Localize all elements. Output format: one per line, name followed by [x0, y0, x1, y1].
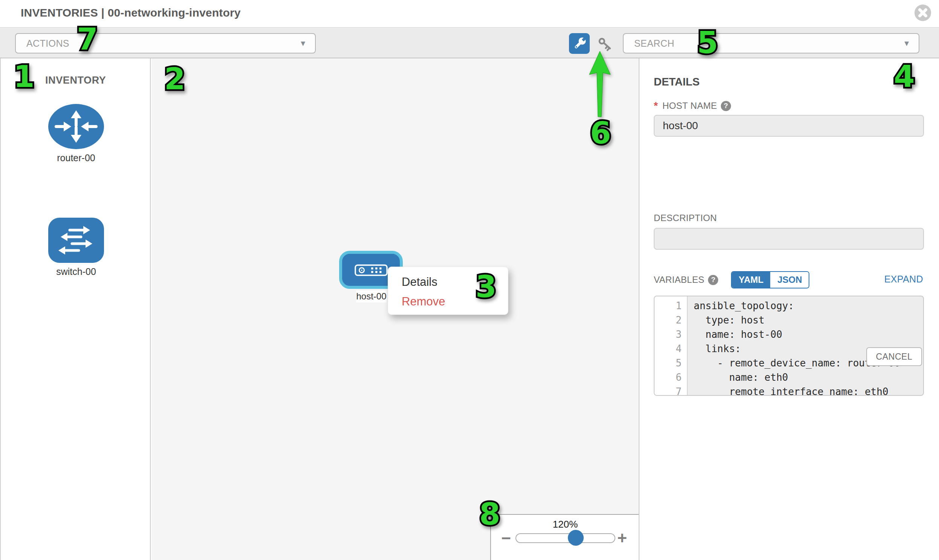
description-input[interactable] — [654, 228, 924, 250]
code-line: type: host — [694, 313, 923, 327]
zoom-out-button[interactable]: − — [498, 530, 513, 546]
inventory-palette: INVENTORY router-00 — [0, 58, 151, 560]
node-context-menu: Details Remove — [388, 267, 508, 315]
zoom-control-panel: 120% − + — [490, 514, 639, 560]
required-marker: * — [654, 100, 658, 112]
code-line: name: host-00 — [694, 327, 923, 342]
code-line: remote_interface_name: eth0 — [694, 385, 923, 396]
toggle-yaml[interactable]: YAML — [732, 272, 770, 288]
line-number: 6 — [655, 370, 687, 385]
topology-canvas[interactable]: host-00 Details Remove 120% − + — [151, 58, 639, 560]
variables-code-editor[interactable]: 1 2 3 4 5 6 7 ansible_topology: type: ho… — [654, 295, 924, 396]
palette-title: INVENTORY — [45, 75, 106, 86]
palette-item-label: switch-00 — [1, 266, 151, 277]
actions-dropdown-label: ACTIONS — [16, 38, 69, 49]
variables-format-toggle: YAML JSON — [731, 271, 809, 288]
zoom-slider-track[interactable] — [515, 533, 615, 543]
breadcrumb: INVENTORIES | 00-networking-inventory — [21, 6, 241, 19]
host-icon — [354, 263, 389, 278]
line-number: 1 — [655, 298, 687, 313]
palette-item-label: router-00 — [1, 152, 151, 163]
toggle-json[interactable]: JSON — [770, 272, 809, 288]
window-header: INVENTORIES | 00-networking-inventory — [0, 0, 939, 27]
host-name-input[interactable] — [654, 115, 924, 137]
editor-gutter: 1 2 3 4 5 6 7 — [655, 296, 688, 395]
line-number: 2 — [655, 313, 687, 327]
editor-code-area[interactable]: ansible_topology: type: host name: host-… — [688, 296, 923, 395]
description-label: DESCRIPTION — [654, 213, 717, 223]
host-name-label: HOST NAME — [662, 100, 717, 111]
menu-item-remove[interactable]: Remove — [388, 292, 508, 311]
code-line: ansible_topology: — [694, 298, 923, 313]
main-area: INVENTORY router-00 — [0, 58, 939, 560]
close-icon — [914, 4, 931, 22]
chevron-down-icon: ▼ — [299, 39, 307, 48]
actions-dropdown[interactable]: ACTIONS ▼ — [15, 33, 316, 54]
cancel-button[interactable]: CANCEL — [866, 347, 922, 366]
zoom-in-button[interactable]: + — [615, 530, 630, 546]
search-dropdown[interactable]: SEARCH ▼ — [623, 33, 919, 54]
details-panel: DETAILS * HOST NAME ? DESCRIPTION VARIAB… — [639, 58, 939, 560]
router-icon — [48, 103, 104, 149]
details-panel-title: DETAILS — [654, 76, 700, 88]
close-button[interactable] — [914, 4, 931, 22]
host-node-label: host-00 — [356, 290, 387, 302]
menu-item-details[interactable]: Details — [388, 272, 508, 292]
credentials-button[interactable] — [596, 35, 615, 54]
line-number: 7 — [655, 385, 687, 396]
expand-link[interactable]: EXPAND — [884, 274, 923, 285]
palette-item-router[interactable]: router-00 — [1, 103, 151, 163]
search-dropdown-label: SEARCH — [624, 38, 674, 49]
help-icon[interactable]: ? — [721, 101, 731, 111]
variables-label: VARIABLES — [654, 275, 704, 285]
zoom-level-value: 120% — [491, 518, 639, 530]
zoom-slider-thumb[interactable] — [568, 530, 584, 546]
tools-button[interactable] — [569, 33, 590, 54]
line-number: 5 — [655, 356, 687, 370]
help-icon[interactable]: ? — [708, 275, 718, 285]
switch-icon — [48, 217, 104, 263]
code-line: name: eth0 — [694, 370, 923, 385]
wrench-icon — [570, 35, 589, 53]
palette-item-switch[interactable]: switch-00 — [1, 217, 151, 277]
line-number: 3 — [655, 327, 687, 342]
topology-toolbar: ACTIONS ▼ SEARCH ▼ — [0, 27, 939, 58]
chevron-down-icon: ▼ — [903, 39, 910, 48]
key-icon — [597, 35, 615, 54]
line-number: 4 — [655, 342, 687, 356]
